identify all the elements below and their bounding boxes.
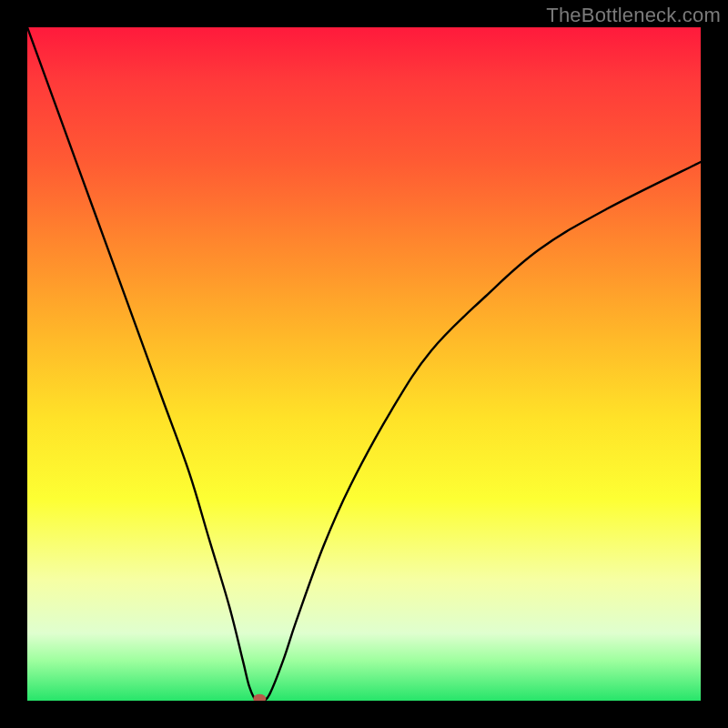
- attribution-label: TheBottleneck.com: [546, 4, 721, 27]
- bottleneck-curve: [27, 27, 701, 701]
- chart-svg: [27, 27, 701, 701]
- chart-frame: TheBottleneck.com: [0, 0, 728, 728]
- plot-area: [27, 27, 701, 701]
- optimal-marker: [253, 694, 266, 701]
